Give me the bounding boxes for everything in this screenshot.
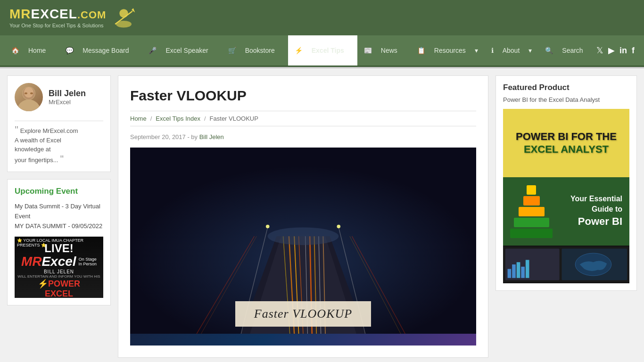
article-image-caption: Faster VLOOKUP xyxy=(235,301,371,327)
breadcrumb: Home / Excel Tips Index / Faster VLOOKUP xyxy=(130,111,476,126)
breadcrumb-home[interactable]: Home xyxy=(130,115,147,122)
svg-rect-36 xyxy=(512,264,516,278)
social-twitter[interactable]: 𝕏 xyxy=(596,45,603,56)
event-name: My Data Summit - 3 Day Virtual Event xyxy=(15,202,103,222)
nav-home[interactable]: 🏠 Home xyxy=(5,35,59,66)
on-stage-text: On StageIn Person xyxy=(79,257,97,266)
svg-rect-37 xyxy=(517,262,520,278)
nav-search[interactable]: 🔍 Search xyxy=(538,35,596,66)
product-bottom-section xyxy=(503,246,629,283)
featured-product-title: Featured Product xyxy=(503,83,629,92)
nav-bookstore[interactable]: 🛒 Bookstore xyxy=(222,35,288,66)
article-author-link[interactable]: Bill Jelen xyxy=(199,133,224,140)
logo-icon xyxy=(111,5,137,31)
svg-rect-39 xyxy=(526,260,529,278)
featured-product: Featured Product Power BI for the Excel … xyxy=(495,75,637,291)
breadcrumb-index[interactable]: Excel Tips Index xyxy=(156,115,200,122)
bill-jelen-text: BILL JELEN xyxy=(17,269,100,274)
left-sidebar: Bill Jelen MrExcel " Explore MrExcel.com… xyxy=(7,75,111,358)
author-card: Bill Jelen MrExcel " Explore MrExcel.com… xyxy=(7,75,111,172)
nav-social: 𝕏 ▶ in f xyxy=(596,35,639,66)
breadcrumb-sep2: / xyxy=(204,115,206,122)
breadcrumb-sep1: / xyxy=(150,115,152,122)
social-linkedin[interactable]: in xyxy=(619,46,627,56)
event-banner-content: LIVE! MRExcel On StageIn Person BILL JEL… xyxy=(17,237,100,298)
svg-point-0 xyxy=(120,9,128,17)
quote-text-3: knowledge at xyxy=(15,146,51,153)
quote-text: Explore MrExcel.com xyxy=(20,127,78,134)
quote-text-2: A wealth of Excel xyxy=(15,137,61,144)
social-facebook[interactable]: f xyxy=(632,46,635,56)
power-excel-text: ⚡POWEREXCEL xyxy=(17,279,100,298)
article-meta: September 20, 2017 - by Bill Jelen xyxy=(130,133,476,140)
logo-area: MrExcel.com Your One Stop for Excel Tips… xyxy=(9,5,137,31)
svg-point-27 xyxy=(268,227,339,245)
live-text: LIVE! xyxy=(17,243,100,254)
quote-block: " Explore MrExcel.com A wealth of Excel … xyxy=(15,125,78,165)
svg-rect-35 xyxy=(508,269,512,278)
svg-rect-38 xyxy=(521,267,525,278)
right-sidebar: Featured Product Power BI for the Excel … xyxy=(495,75,637,358)
svg-point-5 xyxy=(17,99,41,111)
product-pyramid xyxy=(510,185,553,238)
nav-about[interactable]: ℹ About ▾ xyxy=(485,35,539,66)
article-image: Faster VLOOKUP xyxy=(130,148,476,346)
svg-point-26 xyxy=(337,225,341,229)
event-full: MY DATA SUMMIT - 09/05/2022 xyxy=(15,222,103,231)
author-divider xyxy=(15,121,103,121)
nav-excel-tips[interactable]: ⚡ Excel Tips xyxy=(288,35,357,66)
nav-excel-speaker[interactable]: 🎤 Excel Speaker xyxy=(142,35,221,66)
site-header: MrExcel.com Your One Stop for Excel Tips… xyxy=(0,0,644,35)
page-wrapper: Bill Jelen MrExcel " Explore MrExcel.com… xyxy=(0,68,644,362)
main-nav: 🏠 Home 💬 Message Board 🎤 Excel Speaker 🛒… xyxy=(0,35,644,67)
event-item: My Data Summit - 3 Day Virtual Event MY … xyxy=(15,202,103,231)
avatar xyxy=(15,83,43,111)
will-entertain-text: WILL ENTERTAIN AND INFORM YOU WITH HIS xyxy=(17,274,100,279)
svg-point-25 xyxy=(266,225,270,229)
svg-point-10 xyxy=(30,92,33,94)
featured-product-subtitle: Power BI for the Excel Data Analyst xyxy=(503,96,629,103)
quote-text-4: your fingertips... xyxy=(15,156,58,164)
main-content: Faster VLOOKUP Home / Excel Tips Index /… xyxy=(118,75,488,358)
product-top-title: Power BI for the Excel Analyst xyxy=(516,131,617,156)
quote-open-icon: " xyxy=(15,124,18,135)
author-info: Bill Jelen MrExcel xyxy=(49,89,86,106)
social-youtube[interactable]: ▶ xyxy=(608,45,615,56)
product-top-section: Power BI for the Excel Analyst xyxy=(503,109,629,177)
logo-text-block: MrExcel.com Your One Stop for Excel Tips… xyxy=(9,7,106,28)
event-image[interactable]: ⭐ YOUR LOCAL IMUA CHAPTER PRESENTS ⭐ LIV… xyxy=(15,237,103,298)
author-name: Bill Jelen xyxy=(49,89,86,99)
svg-point-9 xyxy=(25,92,27,94)
product-middle-section: Your Essential Guide to Power BI xyxy=(503,177,629,246)
upcoming-section: Upcoming Event My Data Summit - 3 Day Vi… xyxy=(7,179,111,305)
nav-resources[interactable]: 📋 Resources ▾ xyxy=(411,35,485,66)
quote-close-icon: " xyxy=(60,154,64,164)
logo-subtitle: Your One Stop for Excel Tips & Solutions xyxy=(9,23,106,28)
nav-news[interactable]: 📰 News xyxy=(357,35,411,66)
upcoming-title: Upcoming Event xyxy=(15,187,103,196)
nav-message-board[interactable]: 💬 Message Board xyxy=(59,35,142,66)
author-top: Bill Jelen MrExcel xyxy=(15,83,86,111)
logo-title: MrExcel.com xyxy=(9,7,106,22)
product-image[interactable]: Power BI for the Excel Analyst Your Esse xyxy=(503,109,629,283)
author-site: MrExcel xyxy=(49,99,86,106)
product-guide-text: Your Essential Guide to Power BI xyxy=(570,194,622,230)
svg-point-8 xyxy=(24,87,33,98)
mrexcel-event-logo: MRExcel xyxy=(21,254,76,269)
article-title: Faster VLOOKUP xyxy=(130,88,476,104)
breadcrumb-current: Faster VLOOKUP xyxy=(210,115,258,122)
